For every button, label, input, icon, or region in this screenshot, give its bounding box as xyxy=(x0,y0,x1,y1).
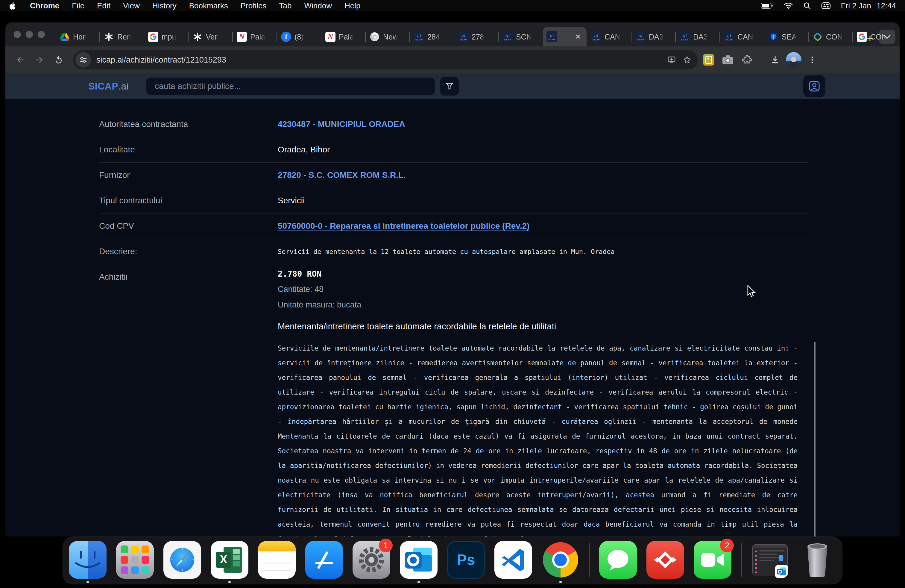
menu-item-tab[interactable]: Tab xyxy=(279,1,292,11)
row-link[interactable]: 4230487 - MUNICIPIUL ORADEA xyxy=(278,119,405,129)
account-button[interactable] xyxy=(803,75,826,97)
sicap-favicon: aiSICAP xyxy=(635,32,646,42)
photoshop-icon: Ps xyxy=(447,541,485,579)
extensions-puzzle-icon[interactable] xyxy=(738,51,755,68)
menu-clock[interactable]: Fri 2 Jan 12:44 xyxy=(841,1,896,11)
dock-item-launchpad[interactable] xyxy=(116,541,154,579)
dock-item-finder[interactable] xyxy=(69,541,106,579)
tab[interactable]: aiSICAP284 xyxy=(410,27,454,46)
sicap-favicon: aiSICAP xyxy=(502,32,513,42)
back-button[interactable] xyxy=(12,51,29,68)
row-value: 27820 - S.C. COMEX ROM S.R.L. xyxy=(278,170,406,180)
bookmark-star-icon[interactable] xyxy=(680,52,695,68)
tab-label: Hon xyxy=(73,33,87,41)
dock-item-chrome[interactable] xyxy=(542,541,580,579)
dock-item-vscode[interactable] xyxy=(494,541,532,579)
menu-app-name[interactable]: Chrome xyxy=(30,1,59,11)
tab-label: DA3 xyxy=(649,33,664,41)
menu-item-bookmarks[interactable]: Bookmarks xyxy=(189,1,228,11)
menu-item-profiles[interactable]: Profiles xyxy=(241,1,267,11)
site-settings-icon[interactable] xyxy=(75,52,91,68)
menu-item-file[interactable]: File xyxy=(72,1,84,11)
notification-badge: 2 xyxy=(720,539,734,552)
tab-label: CON xyxy=(826,33,843,41)
finder-icon xyxy=(69,541,106,579)
close-window-button[interactable] xyxy=(14,31,21,38)
tab[interactable]: aiSICAPDA3 xyxy=(676,27,719,46)
site-header: SICAP.ai xyxy=(5,73,900,99)
address-bar[interactable]: sicap.ai/achizitii/contract/121015293 xyxy=(73,50,698,70)
filter-button[interactable] xyxy=(440,77,459,95)
site-search-input[interactable] xyxy=(146,78,435,95)
tab[interactable]: CON xyxy=(809,27,852,46)
battery-icon[interactable] xyxy=(761,2,773,9)
chrome-menu-icon[interactable] xyxy=(804,51,821,68)
tab[interactable]: aiSICAPDA3 xyxy=(632,27,675,46)
tab-active[interactable]: aiSICAP× xyxy=(543,27,587,46)
tab[interactable]: SEA xyxy=(764,27,808,46)
dock-item-outlook[interactable] xyxy=(400,541,438,579)
dock-item-photoshop[interactable]: Ps xyxy=(447,541,485,579)
zoom-window-button[interactable] xyxy=(38,31,45,38)
tab-label: Ren xyxy=(117,33,131,41)
tab[interactable]: aiSICAP278 xyxy=(454,27,498,46)
tab[interactable]: New xyxy=(366,27,410,46)
minimize-window-button[interactable] xyxy=(26,31,33,38)
save-page-icon[interactable] xyxy=(664,52,680,68)
profile-avatar[interactable] xyxy=(786,52,802,68)
dock-item-notes[interactable] xyxy=(258,541,296,579)
row-label: Cod CPV xyxy=(99,221,278,231)
menu-item-history[interactable]: History xyxy=(152,1,176,11)
dock-item-red-diamond-app[interactable] xyxy=(646,541,684,579)
drive-favicon xyxy=(59,32,70,42)
tab[interactable]: Ren xyxy=(100,27,144,46)
control-center-icon[interactable] xyxy=(821,2,831,9)
achizitii-label: Achizitii xyxy=(99,264,278,537)
tab[interactable]: mpu xyxy=(144,27,188,46)
dock-item-trash[interactable] xyxy=(799,541,836,579)
spotlight-search-icon[interactable] xyxy=(803,2,811,10)
forward-button[interactable] xyxy=(31,51,48,68)
downloads-icon[interactable] xyxy=(767,51,783,68)
dock-item-settings[interactable]: 1 xyxy=(352,541,390,579)
apple-menu-icon[interactable] xyxy=(9,2,16,10)
menu-item-help[interactable]: Help xyxy=(345,1,360,11)
vscode-icon xyxy=(494,541,532,579)
sicap-favicon: aiSICAP xyxy=(724,32,734,42)
row-link[interactable]: 50760000-0 - Repararea si intretinerea t… xyxy=(278,221,529,230)
monogram-favicon: N xyxy=(237,32,247,42)
screenshot-camera-icon[interactable] xyxy=(719,51,736,68)
menu-item-window[interactable]: Window xyxy=(304,1,332,11)
tab[interactable]: aiSICAPCAN xyxy=(720,27,764,46)
tab[interactable]: f(8) xyxy=(277,27,321,46)
page-scrollbar[interactable] xyxy=(814,342,816,537)
tab[interactable]: Hon xyxy=(56,27,99,46)
dock-item-safari[interactable] xyxy=(164,541,201,579)
site-logo-main: SICAP xyxy=(88,81,118,92)
browser-window: HonRenmpuVeriNPalaf(8) NPalaNewaiSICAP28… xyxy=(5,22,900,537)
dock-item-facetime[interactable]: 2 xyxy=(694,541,732,579)
dock-item-excel[interactable]: X xyxy=(211,541,248,579)
gpt-favicon xyxy=(103,32,114,42)
menu-item-view[interactable]: View xyxy=(123,1,140,11)
row-label: Descriere: xyxy=(99,247,278,256)
reload-button[interactable] xyxy=(50,51,67,68)
tab-close-icon[interactable]: × xyxy=(573,32,583,41)
row-link[interactable]: 27820 - S.C. COMEX ROM S.R.L. xyxy=(278,170,406,180)
tab[interactable]: Veri xyxy=(189,27,232,46)
url-text[interactable]: sicap.ai/achizitii/contract/121015293 xyxy=(96,56,664,65)
tab[interactable]: NPala xyxy=(321,27,365,46)
wifi-icon[interactable] xyxy=(783,2,793,9)
dock-item-appstore[interactable] xyxy=(305,541,343,579)
tab[interactable]: NPala xyxy=(233,27,276,46)
tab-label: 284 xyxy=(427,33,440,41)
extension-contacts-icon[interactable] xyxy=(700,51,717,68)
tab[interactable]: aiSICAPSCN xyxy=(499,27,542,46)
site-logo[interactable]: SICAP.ai xyxy=(88,81,129,92)
menu-item-edit[interactable]: Edit xyxy=(97,1,110,11)
dock-item-messages[interactable] xyxy=(599,541,637,579)
row-label: Furnizor xyxy=(99,170,278,180)
dock-item-minimized-window[interactable] xyxy=(751,541,789,579)
achizitii-value: 2.780 RON Cantitate: 48 Unitate masura: … xyxy=(278,264,808,537)
tab[interactable]: aiSICAPCAN xyxy=(587,27,631,46)
